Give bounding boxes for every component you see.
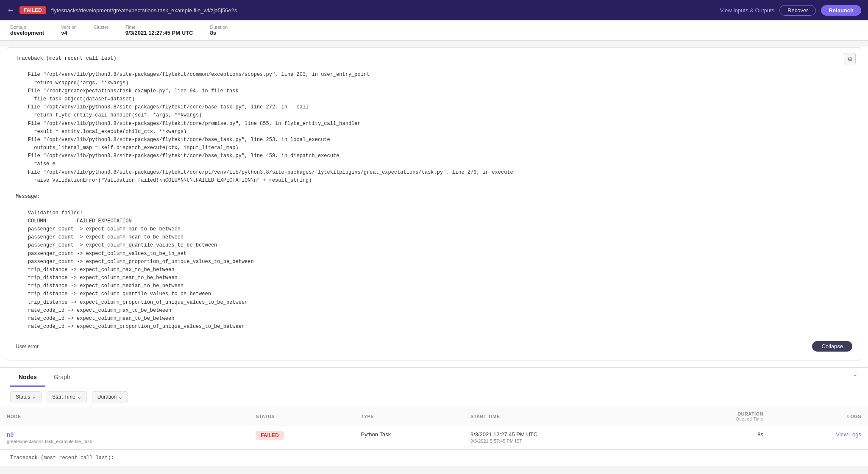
collapse-bar: User error. Collapse (16, 338, 852, 352)
status-cell: FAILED (249, 426, 354, 449)
version-value: v4 (61, 30, 67, 36)
cluster-label: Cluster (94, 25, 108, 30)
chevron-up-icon[interactable]: ⌃ (852, 373, 858, 381)
status-filter-chevron-icon: ⌄ (32, 394, 36, 400)
workflow-path: flytesnacks/development/greatexpectation… (51, 7, 715, 14)
col-status: STATUS (249, 407, 354, 426)
back-button[interactable]: ← (7, 6, 14, 15)
start-time-filter-label: Start Time (52, 394, 75, 400)
duration-filter-chevron-icon: ⌄ (118, 394, 122, 400)
bottom-traceback: Traceback (most recent call last): (0, 449, 868, 466)
collapse-button[interactable]: Collapse (812, 341, 852, 352)
duration-label: Duration (210, 25, 228, 30)
tab-nodes[interactable]: Nodes (10, 368, 45, 387)
view-inputs-outputs-button[interactable]: View Inputs & Outputs (720, 7, 774, 14)
tabs-bar: Nodes Graph ⌃ (0, 367, 868, 387)
view-logs-link[interactable]: View Logs (836, 431, 861, 438)
nodes-table: NODE STATUS TYPE START TIME DURATIONQueu… (0, 407, 868, 449)
status-filter-button[interactable]: Status ⌄ (10, 391, 42, 402)
filters-row: Status ⌄ Start Time ⌄ Duration ⌄ (0, 387, 868, 407)
metabar: Domain development Version v4 Cluster Ti… (0, 20, 868, 41)
topbar-actions: View Inputs & Outputs Recover Relaunch (720, 5, 861, 16)
topbar: ← FAILED flytesnacks/development/greatex… (0, 0, 868, 20)
status-badge: FAILED (19, 6, 46, 14)
meta-version: Version v4 (61, 25, 77, 36)
relaunch-button[interactable]: Relaunch (821, 5, 861, 16)
node-cell: n0 greatexpectations.task_example.file_t… (0, 426, 249, 449)
domain-value: development (10, 30, 44, 36)
start-time-cell: 9/3/2021 12:27:45 PM UTC 9/3/2021 5:57:4… (464, 426, 667, 449)
error-panel: ⧉ Traceback (most recent call last): Fil… (7, 47, 861, 360)
duration-filter-button[interactable]: Duration ⌄ (92, 391, 128, 402)
start-time-utc: 9/3/2021 12:27:45 PM UTC (470, 431, 660, 438)
col-duration: DURATIONQueued Time (667, 407, 770, 426)
duration-value: 8s (210, 30, 216, 36)
nodes-table-body: n0 greatexpectations.task_example.file_t… (0, 426, 868, 449)
copy-button[interactable]: ⧉ (844, 53, 856, 64)
status-filter-label: Status (16, 394, 30, 400)
traceback-text: Traceback (most recent call last): File … (16, 55, 852, 331)
status-failed-badge: FAILED (256, 431, 284, 440)
meta-duration: Duration 8s (210, 25, 228, 36)
version-label: Version (61, 25, 77, 30)
col-node: NODE (0, 407, 249, 426)
col-type: TYPE (354, 407, 464, 426)
main-content: ⧉ Traceback (most recent call last): Fil… (0, 47, 868, 466)
meta-domain: Domain development (10, 25, 44, 36)
recover-button[interactable]: Recover (779, 5, 816, 16)
node-sub-label: greatexpectations.task_example.file_task (7, 439, 242, 444)
table-header: NODE STATUS TYPE START TIME DURATIONQueu… (0, 407, 868, 426)
start-time-filter-button[interactable]: Start Time ⌄ (47, 391, 87, 402)
user-error-text: User error. (16, 344, 40, 349)
col-logs: LOGS (770, 407, 868, 426)
time-label: Time (125, 25, 193, 30)
time-value: 9/3/2021 12:27:45 PM UTC (125, 30, 193, 36)
start-time-ist: 9/3/2021 5:57:45 PM IST (470, 438, 660, 444)
meta-cluster: Cluster (94, 25, 108, 30)
duration-filter-label: Duration (97, 394, 117, 400)
type-cell: Python Task (354, 426, 464, 449)
domain-label: Domain (10, 25, 44, 30)
table-row: n0 greatexpectations.task_example.file_t… (0, 426, 868, 449)
start-time-filter-chevron-icon: ⌄ (77, 394, 81, 400)
logs-cell: View Logs (770, 426, 868, 449)
tab-graph[interactable]: Graph (45, 368, 79, 387)
col-start-time: START TIME (464, 407, 667, 426)
tabs-left: Nodes Graph (10, 368, 79, 387)
meta-time: Time 9/3/2021 12:27:45 PM UTC (125, 25, 193, 36)
node-name-link[interactable]: n0 (7, 431, 242, 438)
duration-cell: 8s (667, 426, 770, 449)
bottom-traceback-text: Traceback (most recent call last): (10, 455, 858, 461)
